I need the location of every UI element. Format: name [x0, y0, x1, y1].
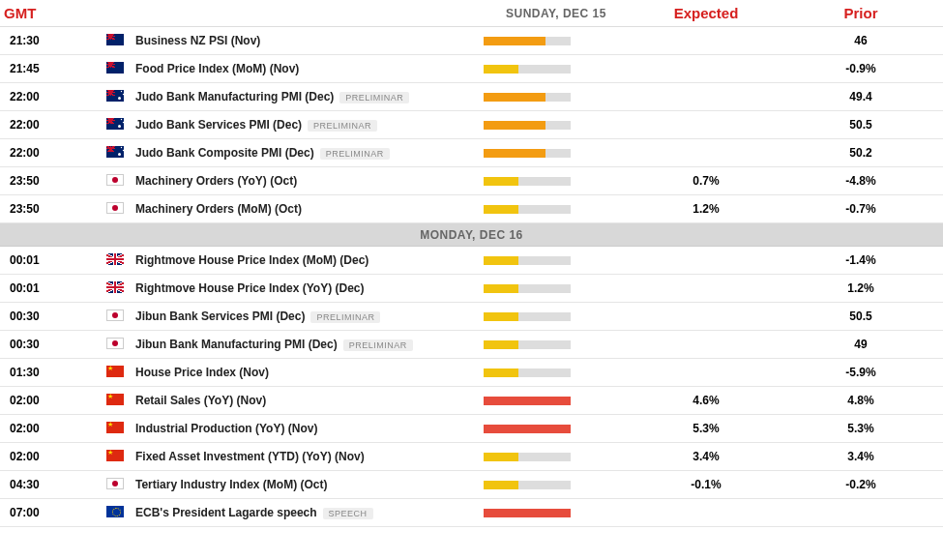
- importance-bar-cell: [484, 256, 629, 265]
- country-flag-jp-icon: [106, 309, 124, 321]
- importance-bar-cell: [484, 65, 629, 74]
- calendar-row[interactable]: 02:00Industrial Production (YoY) (Nov)5.…: [0, 415, 943, 443]
- event-name-cell: Jibun Bank Services PMI (Dec)PRELIMINAR: [135, 309, 484, 323]
- event-time: 22:00: [0, 146, 106, 160]
- event-time: 23:50: [0, 174, 106, 188]
- calendar-row[interactable]: 23:50Machinery Orders (MoM) (Oct)1.2%-0.…: [0, 195, 943, 223]
- event-time: 07:00: [0, 506, 106, 519]
- importance-bar-fill: [484, 284, 518, 293]
- importance-bar-track: [484, 481, 571, 489]
- event-name: Judo Bank Manufacturing PMI (Dec): [135, 90, 334, 103]
- prior-value: 3.4%: [783, 450, 938, 463]
- flag-icon: [106, 450, 135, 464]
- prior-value: -5.9%: [783, 366, 938, 379]
- importance-bar-cell: [484, 340, 629, 349]
- calendar-row[interactable]: 00:30Jibun Bank Manufacturing PMI (Dec)P…: [0, 331, 943, 359]
- expected-value: 1.2%: [629, 202, 783, 216]
- expected-value: 0.7%: [629, 174, 783, 188]
- prior-value: 46: [783, 34, 938, 47]
- country-flag-gb-icon: [106, 281, 124, 293]
- importance-bar-track: [484, 256, 571, 265]
- event-time: 04:30: [0, 478, 106, 491]
- flag-icon: [106, 506, 135, 520]
- event-name-cell: Tertiary Industry Index (MoM) (Oct): [135, 478, 484, 491]
- importance-bar-fill: [484, 65, 518, 74]
- importance-bar-cell: [484, 368, 629, 377]
- importance-bar-fill: [484, 93, 545, 102]
- calendar-row[interactable]: 21:45Food Price Index (MoM) (Nov)-0.9%: [0, 55, 943, 83]
- importance-bar-cell: [484, 509, 629, 517]
- prior-value: 1.2%: [783, 281, 938, 295]
- event-name: Judo Bank Composite PMI (Dec): [135, 146, 314, 160]
- country-flag-jp-icon: [106, 338, 124, 349]
- importance-bar-fill: [484, 368, 518, 377]
- country-flag-cn-icon: [106, 450, 124, 461]
- event-tag: PRELIMINAR: [343, 339, 413, 351]
- calendar-row[interactable]: 01:30House Price Index (Nov)-5.9%: [0, 359, 943, 387]
- country-flag-au-icon: [106, 146, 124, 158]
- event-name-cell: Food Price Index (MoM) (Nov): [135, 62, 484, 75]
- calendar-row[interactable]: 22:00Judo Bank Composite PMI (Dec)PRELIM…: [0, 139, 943, 167]
- importance-bar-fill: [484, 425, 571, 433]
- event-name: House Price Index (Nov): [135, 366, 269, 379]
- prior-value: -0.9%: [783, 62, 938, 75]
- economic-calendar-table: GMT SUNDAY, DEC 15 Expected Prior 21:30B…: [0, 0, 943, 527]
- flag-icon: [106, 394, 135, 408]
- flag-icon: [106, 338, 135, 352]
- expected-value: -0.1%: [629, 478, 783, 491]
- importance-bar-fill: [484, 453, 518, 461]
- event-time: 21:45: [0, 62, 106, 75]
- importance-bar-fill: [484, 149, 545, 158]
- event-name: Retail Sales (YoY) (Nov): [135, 394, 266, 407]
- calendar-row[interactable]: 00:30Jibun Bank Services PMI (Dec)PRELIM…: [0, 303, 943, 331]
- event-time: 22:00: [0, 118, 106, 132]
- flag-icon: [106, 253, 135, 268]
- event-name: Fixed Asset Investment (YTD) (YoY) (Nov): [135, 450, 365, 463]
- event-name: Industrial Production (YoY) (Nov): [135, 422, 317, 435]
- calendar-row[interactable]: 22:00Judo Bank Manufacturing PMI (Dec)PR…: [0, 83, 943, 111]
- country-flag-cn-icon: [106, 422, 124, 433]
- col-header-prior: Prior: [783, 5, 938, 21]
- importance-bar-fill: [484, 509, 571, 517]
- calendar-row[interactable]: 04:30Tertiary Industry Index (MoM) (Oct)…: [0, 471, 943, 499]
- importance-bar-cell: [484, 425, 629, 433]
- importance-bar-cell: [484, 205, 629, 214]
- calendar-row[interactable]: 23:50Machinery Orders (YoY) (Oct)0.7%-4.…: [0, 167, 943, 195]
- event-name-cell: House Price Index (Nov): [135, 366, 484, 379]
- expected-value: 5.3%: [629, 422, 783, 435]
- flag-icon: [106, 62, 135, 76]
- importance-bar-track: [484, 93, 571, 102]
- country-flag-jp-icon: [106, 174, 124, 186]
- calendar-row[interactable]: 07:00ECB's President Lagarde speechSPEEC…: [0, 499, 943, 527]
- expected-value: 4.6%: [629, 394, 783, 407]
- event-name: Jibun Bank Services PMI (Dec): [135, 309, 305, 323]
- flag-icon: [106, 118, 135, 133]
- calendar-row[interactable]: 22:00Judo Bank Services PMI (Dec)PRELIMI…: [0, 111, 943, 139]
- country-flag-eu-icon: [106, 506, 124, 517]
- calendar-row[interactable]: 02:00Fixed Asset Investment (YTD) (YoY) …: [0, 443, 943, 471]
- importance-bar-track: [484, 453, 571, 461]
- calendar-row[interactable]: 00:01Rightmove House Price Index (MoM) (…: [0, 247, 943, 275]
- event-name-cell: Rightmove House Price Index (YoY) (Dec): [135, 281, 484, 295]
- flag-icon: [106, 309, 135, 324]
- country-flag-gb-icon: [106, 253, 124, 265]
- event-name-cell: Jibun Bank Manufacturing PMI (Dec)PRELIM…: [135, 338, 484, 351]
- flag-icon: [106, 202, 135, 217]
- event-time: 00:01: [0, 281, 106, 295]
- country-flag-jp-icon: [106, 202, 124, 214]
- importance-bar-fill: [484, 397, 571, 405]
- calendar-row[interactable]: 00:01Rightmove House Price Index (YoY) (…: [0, 275, 943, 303]
- calendar-row[interactable]: 21:30Business NZ PSI (Nov)46: [0, 27, 943, 55]
- flag-icon: [106, 281, 135, 296]
- importance-bar-cell: [484, 93, 629, 102]
- importance-bar-fill: [484, 177, 518, 186]
- event-time: 00:01: [0, 253, 106, 267]
- event-time: 23:50: [0, 202, 106, 216]
- importance-bar-cell: [484, 453, 629, 461]
- importance-bar-track: [484, 205, 571, 214]
- event-tag: PRELIMINAR: [320, 148, 390, 160]
- prior-value: 50.5: [783, 309, 938, 323]
- prior-value: 50.5: [783, 118, 938, 132]
- country-flag-au-icon: [106, 118, 124, 130]
- calendar-row[interactable]: 02:00Retail Sales (YoY) (Nov)4.6%4.8%: [0, 387, 943, 415]
